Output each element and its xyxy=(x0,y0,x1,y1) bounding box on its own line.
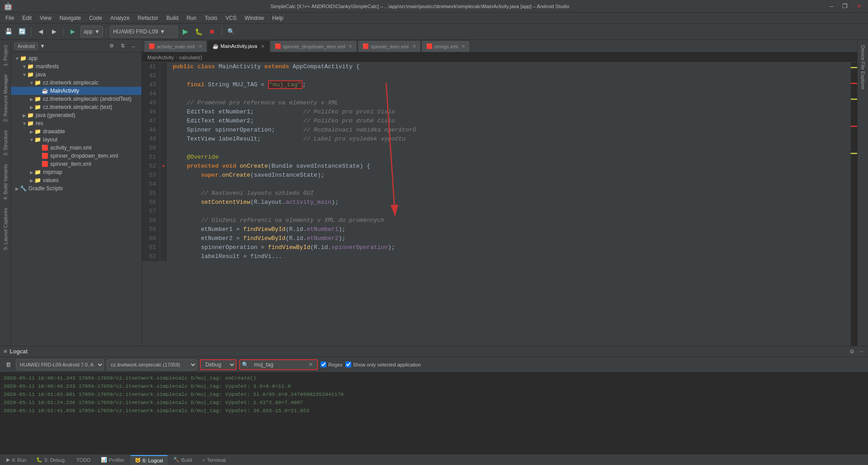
search-everywhere-button[interactable]: 🔍 xyxy=(225,26,237,38)
log-level-select[interactable]: Debug Verbose Info Warn Error Assert xyxy=(200,359,236,370)
bottom-tab-terminal[interactable]: >Terminal xyxy=(198,455,230,465)
sidebar-item-layout-captures[interactable]: 5: Layout Captures xyxy=(2,204,9,254)
android-chevron[interactable]: ▼ xyxy=(40,43,45,49)
tab-label: spinner_dropdown_item.xml xyxy=(283,44,345,49)
maximize-button[interactable]: ❐ xyxy=(840,2,850,10)
menu-item-help[interactable]: Help xyxy=(269,14,287,22)
tree-label: res xyxy=(36,120,43,127)
app-config-dropdown[interactable]: app ▼ xyxy=(80,26,103,38)
sidebar-item-build-variants[interactable]: 4: Build Variants xyxy=(2,160,9,203)
project-tree: ▼📁app▼📁manifests▼📁java▼📁cz.itnetwork.sim… xyxy=(11,52,142,346)
menu-item-file[interactable]: File xyxy=(2,14,18,22)
line-number: 61 xyxy=(142,243,160,252)
run-app-button[interactable]: ▶ xyxy=(179,26,191,38)
line-number: 51 xyxy=(142,153,160,162)
device-dropdown[interactable]: HUAWEI FRD-L09 ▼ xyxy=(110,26,178,38)
menu-item-tools[interactable]: Tools xyxy=(201,14,221,22)
tree-collapse-icon[interactable]: – xyxy=(129,42,138,51)
android-view-selector[interactable]: Android xyxy=(14,42,38,50)
tab-close-icon[interactable]: ✕ xyxy=(462,44,465,49)
minimize-button[interactable]: – xyxy=(827,2,836,10)
bottom-tab-profiler[interactable]: 📊Profiler xyxy=(96,455,129,465)
clear-search-button[interactable]: ✕ xyxy=(307,361,315,368)
bottom-tab-build[interactable]: 🔨Build xyxy=(169,455,197,465)
menu-item-vcs[interactable]: VCS xyxy=(222,14,241,22)
tab-icon: 🟥 xyxy=(149,43,155,49)
tab-close-icon[interactable]: ✕ xyxy=(412,44,416,49)
regex-checkbox[interactable] xyxy=(321,362,326,367)
code-editor[interactable]: 41public class MainActivity extends AppC… xyxy=(142,62,851,346)
tab-label: MainActivity.java xyxy=(221,43,257,49)
sidebar-item-device-file-explorer[interactable]: Device File Explorer xyxy=(859,42,867,93)
menu-item-refactor[interactable]: Refactor xyxy=(134,14,162,22)
tree-item[interactable]: 🟥spinner_item.xml xyxy=(11,160,142,168)
code-line: 59 etNumber1 = findViewById(R.id.etNumbe… xyxy=(142,225,851,234)
menu-item-window[interactable]: Window xyxy=(241,14,268,22)
editor-tab[interactable]: 🟥activity_main.xml✕ xyxy=(144,40,207,52)
tree-item[interactable]: ▼📁res xyxy=(11,119,142,127)
tree-item[interactable]: 🟥activity_main.xml xyxy=(11,144,142,152)
line-content xyxy=(167,71,851,80)
logcat-clear-button[interactable]: 🗑 xyxy=(4,359,13,370)
back-button[interactable]: ◀ xyxy=(35,26,47,38)
tree-item[interactable]: ▶📁drawable xyxy=(11,127,142,136)
tree-item[interactable]: ▼📁app xyxy=(11,54,142,62)
code-line: 49 TextView labelResult; // Label pro vý… xyxy=(142,135,851,144)
show-only-selected-checkbox[interactable] xyxy=(345,362,351,367)
tree-item[interactable]: ☕MainActivity xyxy=(11,87,142,95)
tree-item[interactable]: ▶📁mipmap xyxy=(11,168,142,176)
code-line: 45 // Proměnné pro reference na elementy… xyxy=(142,99,851,108)
tree-item[interactable]: ▶📁cz.itnetwork.simplecalc (test) xyxy=(11,103,142,111)
menu-item-build[interactable]: Build xyxy=(163,14,182,22)
menu-item-edit[interactable]: Edit xyxy=(19,14,35,22)
menu-item-navigate[interactable]: Navigate xyxy=(56,14,85,22)
logcat-settings-button[interactable]: ⚙ xyxy=(848,348,856,355)
run-button[interactable]: ▶ xyxy=(67,26,79,38)
tree-arrow: ▼ xyxy=(22,121,27,126)
tree-item[interactable]: ▶📁java (generated) xyxy=(11,111,142,119)
tab-close-icon[interactable]: ✕ xyxy=(349,44,352,49)
logcat-content[interactable]: 2020-05-11 18:00:41.343 17059-17059/cz.i… xyxy=(0,372,868,454)
sidebar-item-project[interactable]: 1: Project xyxy=(2,42,9,70)
sidebar-item-structure[interactable]: 3: Structure xyxy=(2,127,9,160)
tree-item[interactable]: ▶📁values xyxy=(11,176,142,184)
breadcrumb-mainactivity[interactable]: MainActivity xyxy=(147,55,174,60)
debug-app-button[interactable]: 🐛 xyxy=(193,26,205,38)
editor-tab[interactable]: 🟥strings.xml✕ xyxy=(421,40,471,52)
stop-button[interactable]: ⏹ xyxy=(207,26,218,38)
package-filter-select[interactable]: cz.itnetwork.simplecalc (17059) xyxy=(107,359,197,370)
bottom-tab-4--run[interactable]: ▶4: Run xyxy=(2,455,31,465)
save-all-button[interactable]: 💾 xyxy=(3,26,14,38)
menu-item-view[interactable]: View xyxy=(36,14,55,22)
tree-item[interactable]: ▶🔧Gradle Scripts xyxy=(11,184,142,193)
tree-item[interactable]: ▼📁manifests xyxy=(11,62,142,70)
sync-button[interactable]: 🔄 xyxy=(16,26,28,38)
breadcrumb-calculate[interactable]: calculate() xyxy=(179,55,202,60)
editor-tab[interactable]: 🟥spinner_dropdown_item.xml✕ xyxy=(270,40,358,52)
tab-close-icon[interactable]: ✕ xyxy=(198,44,202,49)
menu-item-code[interactable]: Code xyxy=(85,14,106,22)
forward-button[interactable]: ▶ xyxy=(48,26,60,38)
tree-expand-icon[interactable]: ⇅ xyxy=(118,42,127,51)
editor-tab[interactable]: 🟥spinner_item.xml✕ xyxy=(358,40,420,52)
bottom-tab-5--debug[interactable]: 🐛5: Debug xyxy=(32,455,69,465)
menu-item-analyze[interactable]: Analyze xyxy=(107,14,133,22)
tree-item[interactable]: ▶📁cz.itnetwork.simplecalc (androidTest) xyxy=(11,95,142,103)
close-button[interactable]: ✕ xyxy=(854,2,864,10)
bottom-tab-todo[interactable]: TODO xyxy=(70,455,95,465)
menu-item-run[interactable]: Run xyxy=(183,14,200,22)
tab-close-icon[interactable]: ✕ xyxy=(261,44,264,49)
logcat-search-input[interactable] xyxy=(250,359,305,370)
editor-tab[interactable]: ☕MainActivity.java✕ xyxy=(208,40,269,52)
sidebar-item-resource-manager[interactable]: 2: Resource Manager xyxy=(2,70,9,126)
settings-icon[interactable]: ⚙ xyxy=(107,42,116,51)
tree-item[interactable]: ▼📁layout xyxy=(11,136,142,144)
device-filter-select[interactable]: HUAWEI FRD-L09 Android 7.0, A xyxy=(16,359,104,370)
code-line: 56 setContentView(R.layout.activity_main… xyxy=(142,198,851,207)
tree-item[interactable]: 🟥spinner_dropdown_item.xml xyxy=(11,152,142,160)
line-number: 43 xyxy=(142,80,160,89)
bottom-tab-6--logcat[interactable]: 🐱6: Logcat xyxy=(130,455,168,465)
tree-item[interactable]: ▼📁java xyxy=(11,70,142,79)
tree-item[interactable]: ▼📁cz.itnetwork.simplecalc xyxy=(11,79,142,87)
logcat-hide-button[interactable]: − xyxy=(859,348,864,355)
